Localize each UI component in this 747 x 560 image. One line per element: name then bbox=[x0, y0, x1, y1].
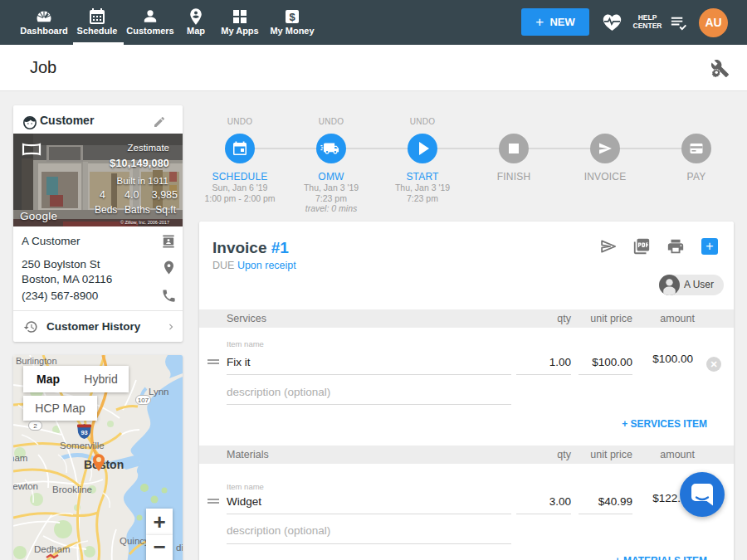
svg-text:93: 93 bbox=[81, 429, 87, 436]
svg-text:$: $ bbox=[289, 11, 295, 23]
